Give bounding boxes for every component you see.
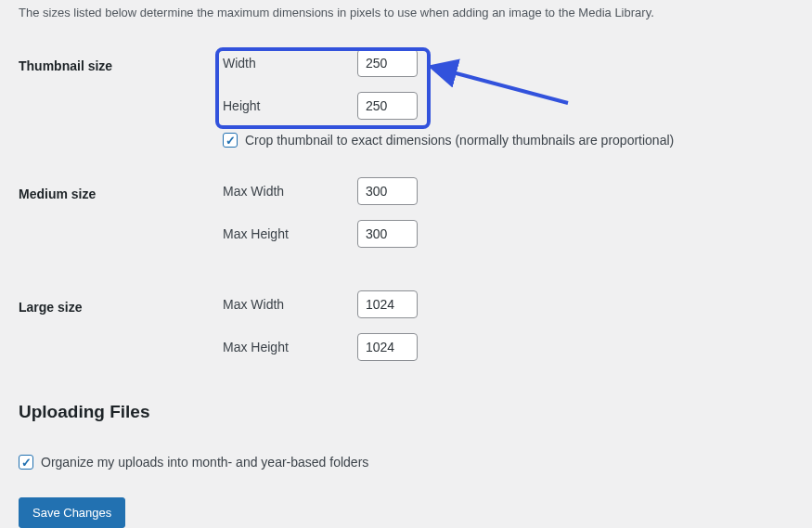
thumbnail-size-row: Thumbnail size Width Height Crop thumbna… xyxy=(19,47,793,148)
media-sizes-description: The sizes listed below determine the max… xyxy=(19,0,793,19)
crop-thumbnail-label[interactable]: Crop thumbnail to exact dimensions (norm… xyxy=(245,133,674,148)
organize-uploads-label[interactable]: Organize my uploads into month- and year… xyxy=(41,455,368,470)
thumbnail-width-input[interactable] xyxy=(357,49,418,77)
large-max-width-label: Max Width xyxy=(223,297,357,312)
medium-max-width-input[interactable] xyxy=(357,177,418,205)
large-fields: Max Width Max Height xyxy=(223,289,793,374)
thumbnail-height-input[interactable] xyxy=(357,92,418,120)
medium-max-width-label: Max Width xyxy=(223,184,357,199)
thumbnail-size-label: Thumbnail size xyxy=(19,47,223,73)
large-max-width-input[interactable] xyxy=(357,290,418,318)
large-max-width-line: Max Width xyxy=(223,289,793,320)
save-changes-button[interactable]: Save Changes xyxy=(19,497,125,528)
uploading-files-heading: Uploading Files xyxy=(19,402,793,422)
organize-uploads-checkbox[interactable] xyxy=(19,455,33,470)
medium-fields: Max Width Max Height xyxy=(223,175,793,261)
medium-max-height-label: Max Height xyxy=(223,226,357,241)
thumbnail-width-line: Width xyxy=(223,47,793,79)
medium-size-row: Medium size Max Width Max Height xyxy=(19,175,793,261)
medium-max-width-line: Max Width xyxy=(223,175,793,207)
thumbnail-width-label: Width xyxy=(223,56,357,71)
large-size-label: Large size xyxy=(19,289,223,315)
crop-thumbnail-checkbox[interactable] xyxy=(223,133,238,148)
thumbnail-height-label: Height xyxy=(223,98,357,113)
thumbnail-height-line: Height xyxy=(223,90,793,122)
large-max-height-input[interactable] xyxy=(357,333,418,361)
large-max-height-line: Max Height xyxy=(223,331,793,363)
large-size-row: Large size Max Width Max Height xyxy=(19,289,793,374)
medium-max-height-line: Max Height xyxy=(223,218,793,250)
thumbnail-fields: Width Height Crop thumbnail to exact dim… xyxy=(223,47,793,148)
large-max-height-label: Max Height xyxy=(223,340,357,354)
medium-max-height-input[interactable] xyxy=(357,220,418,248)
organize-uploads-line: Organize my uploads into month- and year… xyxy=(19,455,793,470)
medium-size-label: Medium size xyxy=(19,175,223,201)
crop-thumbnail-line: Crop thumbnail to exact dimensions (norm… xyxy=(223,133,793,148)
